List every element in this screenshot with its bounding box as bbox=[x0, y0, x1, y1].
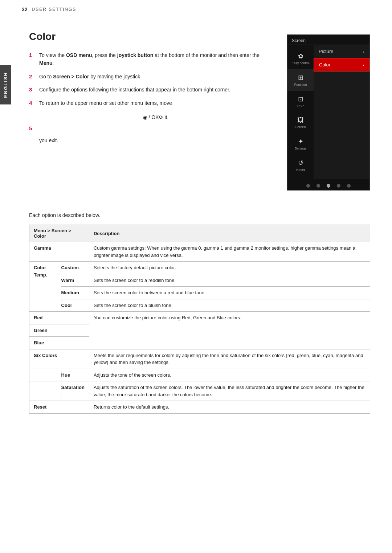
step-num-2: 2 bbox=[29, 73, 36, 81]
function-label: Function bbox=[294, 83, 307, 86]
hue-desc: Adjusts the tone of the screen colors. bbox=[89, 369, 370, 381]
osd-color-arrow: › bbox=[363, 63, 364, 67]
table-row: Hue Adjusts the tone of the screen color… bbox=[29, 369, 370, 381]
osd-btn-circle-ok bbox=[327, 184, 330, 188]
pbp-label: PBP bbox=[297, 104, 304, 108]
osd-picture-arrow: › bbox=[363, 49, 364, 54]
main-content: Color 1 To view the OSD menu, press the … bbox=[0, 16, 392, 205]
language-tab: ENGLISH bbox=[0, 65, 11, 105]
custom-desc: Selects the factory default picture colo… bbox=[89, 262, 370, 274]
rgb-desc: You can customize the picture color usin… bbox=[89, 312, 370, 349]
osd-icon-function[interactable]: ⊞ Function bbox=[287, 69, 314, 91]
six-colors-label: Six Colors bbox=[29, 349, 89, 369]
osd-top-label: Screen bbox=[287, 35, 369, 45]
osd-btn-circle-3 bbox=[337, 184, 340, 188]
table-row: Medium Sets the screen color to between … bbox=[29, 287, 370, 299]
step-2: 2 Go to Screen > Color by moving the joy… bbox=[29, 73, 272, 81]
hue-label: Hue bbox=[61, 369, 89, 381]
osd-icon-settings[interactable]: ✦ Settings bbox=[287, 133, 314, 155]
step-num-3: 3 bbox=[29, 86, 36, 94]
osd-icon-screen[interactable]: 🖼 Screen bbox=[287, 112, 314, 133]
page-number: 32 bbox=[22, 7, 28, 12]
warm-label: Warm bbox=[61, 274, 89, 287]
table-row: Warm Sets the screen color to a reddish … bbox=[29, 274, 370, 287]
col-menu-header: Menu > Screen > Color bbox=[29, 225, 89, 242]
reset-desc: Returns color to the default settings. bbox=[89, 401, 370, 414]
osd-btn-circle-1 bbox=[306, 184, 310, 188]
green-label: Green bbox=[29, 324, 89, 337]
osd-icon-reset[interactable]: ↺ Reset bbox=[287, 155, 314, 176]
pbp-icon: ⊡ bbox=[298, 95, 303, 103]
table-row: Saturation Adjusts the saturation of the… bbox=[29, 381, 370, 401]
gamma-label: Gamma bbox=[29, 242, 89, 262]
col-desc-header: Description bbox=[89, 225, 370, 242]
cool-desc: Sets the screen color to a bluish tone. bbox=[89, 299, 370, 312]
screen-icon: 🖼 bbox=[297, 116, 304, 124]
easy-control-label: Easy control bbox=[291, 61, 310, 65]
saturation-desc: Adjusts the saturation of the screen col… bbox=[89, 381, 370, 401]
step-num-4: 4 bbox=[29, 99, 36, 107]
step-1: 1 To view the OSD menu, press the joysti… bbox=[29, 51, 272, 67]
medium-desc: Sets the screen color to between a red a… bbox=[89, 287, 370, 299]
osd-menu-color[interactable]: Color › bbox=[314, 58, 369, 71]
osd-btn-circle-2 bbox=[317, 184, 320, 188]
reset-label: Reset bbox=[296, 168, 305, 172]
gamma-desc: Custom gamma settings: When using the ga… bbox=[89, 242, 370, 262]
osd-bottom-bar bbox=[287, 184, 369, 188]
table-header-row: Menu > Screen > Color Description bbox=[29, 225, 370, 242]
cool-label: Cool bbox=[61, 299, 89, 312]
osd-btn-menu[interactable] bbox=[337, 184, 340, 188]
osd-sidebar: ✿ Easy control ⊞ Function ⊡ PBP 🖼 Screen bbox=[287, 45, 369, 179]
page-header: 32 USER SETTINGS bbox=[0, 0, 392, 16]
function-icon: ⊞ bbox=[298, 74, 303, 82]
step-text-3: Configure the options following the inst… bbox=[39, 86, 230, 94]
osd-btn-right[interactable] bbox=[317, 184, 320, 188]
step-4-center: ◉ / OK⟳ it. bbox=[39, 114, 272, 120]
settings-label: Settings bbox=[295, 147, 307, 150]
six-colors-desc: Meets the user requirements for colors b… bbox=[89, 349, 370, 369]
step-text-1: To view the OSD menu, press the joystick… bbox=[39, 51, 272, 67]
osd-screen: Screen ✿ Easy control ⊞ Function ⊡ PBP bbox=[287, 34, 370, 191]
osd-menu-picture-label: Picture bbox=[319, 49, 333, 54]
osd-menu-picture[interactable]: Picture › bbox=[314, 45, 369, 58]
each-option-text: Each option is described below. bbox=[29, 212, 370, 218]
osd-panel: Screen ✿ Easy control ⊞ Function ⊡ PBP bbox=[287, 34, 370, 191]
osd-icons-column: ✿ Easy control ⊞ Function ⊡ PBP 🖼 Screen bbox=[287, 45, 314, 179]
reset-label: Reset bbox=[29, 401, 89, 414]
table-row: Red You can customize the picture color … bbox=[29, 312, 370, 324]
custom-label: Custom bbox=[61, 262, 89, 274]
osd-icon-pbp[interactable]: ⊡ PBP bbox=[287, 91, 314, 112]
table-row: Color Temp. Custom Selects the factory d… bbox=[29, 262, 370, 274]
step-text-2: Go to Screen > Color by moving the joyst… bbox=[39, 73, 142, 81]
step-num-5: 5 bbox=[29, 125, 36, 131]
step-4: 4 To return to the upper menu or set oth… bbox=[29, 99, 272, 107]
screen-label: Screen bbox=[295, 125, 306, 129]
osd-icon-easy-control[interactable]: ✿ Easy control bbox=[287, 48, 314, 69]
blue-label: Blue bbox=[29, 337, 89, 349]
osd-btn-circle-4 bbox=[347, 184, 351, 188]
color-temp-label: Color Temp. bbox=[29, 262, 61, 312]
table-row: Cool Sets the screen color to a bluish t… bbox=[29, 299, 370, 312]
easy-control-icon: ✿ bbox=[298, 52, 303, 60]
osd-menu-column: Picture › Color › bbox=[314, 45, 369, 179]
table-row: Reset Returns color to the default setti… bbox=[29, 401, 370, 414]
step-3: 3 Configure the options following the in… bbox=[29, 86, 272, 94]
step-text-4: To return to the upper menu or set other… bbox=[39, 99, 172, 107]
description-table: Menu > Screen > Color Description Gamma … bbox=[29, 225, 370, 414]
osd-btn-ok[interactable] bbox=[327, 184, 330, 188]
osd-btn-left[interactable] bbox=[306, 184, 310, 188]
step-num-1: 1 bbox=[29, 51, 36, 67]
sat-indent bbox=[29, 381, 61, 401]
six-colors-indent bbox=[29, 369, 61, 381]
osd-btn-back[interactable] bbox=[347, 184, 351, 188]
page-title: Color bbox=[29, 31, 272, 42]
medium-label: Medium bbox=[61, 287, 89, 299]
warm-desc: Sets the screen color to a reddish tone. bbox=[89, 274, 370, 287]
section-title-header: USER SETTINGS bbox=[32, 7, 77, 12]
left-column: Color 1 To view the OSD menu, press the … bbox=[29, 31, 272, 191]
table-row: Gamma Custom gamma settings: When using … bbox=[29, 242, 370, 262]
settings-icon: ✦ bbox=[298, 138, 303, 146]
saturation-label: Saturation bbox=[61, 381, 89, 401]
osd-menu-color-label: Color bbox=[319, 62, 330, 67]
red-label: Red bbox=[29, 312, 89, 324]
